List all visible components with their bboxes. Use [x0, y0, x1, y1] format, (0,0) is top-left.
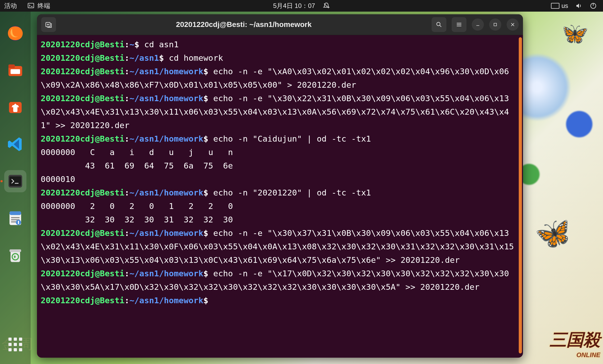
terminal-line: 20201220cdj@Besti:~/asn1$ cd homework — [41, 51, 514, 65]
prompt-sep: : — [124, 228, 129, 238]
prompt-path: ~/asn1/homework — [129, 269, 203, 278]
output-text: 43 61 69 64 75 6a 75 6e — [41, 161, 233, 170]
prompt-sep: : — [124, 40, 129, 49]
prompt-dollar: $ — [203, 296, 213, 305]
prompt-user: 20201220cdj@Besti — [41, 94, 124, 103]
scrollbar[interactable] — [519, 37, 522, 353]
prompt-user: 20201220cdj@Besti — [41, 40, 124, 49]
notifications-icon[interactable] — [323, 2, 330, 9]
butterfly-icon: 🦋 — [558, 18, 590, 49]
prompt-user: 20201220cdj@Besti — [41, 228, 124, 238]
prompt-dollar: $ — [203, 67, 213, 76]
terminal-line: 20201220cdj@Besti:~/asn1/homework$ echo … — [41, 92, 514, 132]
prompt-dollar: $ — [203, 269, 213, 278]
input-method-indicator[interactable]: us — [551, 2, 568, 10]
close-button[interactable] — [507, 18, 519, 31]
dock-text-editor[interactable] — [4, 207, 26, 229]
terminal-line: 0000000 2 0 2 0 1 2 2 0 — [41, 199, 514, 213]
maximize-button[interactable] — [489, 18, 501, 31]
minimize-button[interactable] — [472, 18, 484, 31]
dock-software[interactable] — [4, 96, 26, 118]
apps-grid-icon — [8, 338, 22, 351]
window-titlebar[interactable]: 20201220cdj@Besti: ~/asn1/homework — [37, 14, 523, 35]
output-text: 0000010 — [41, 174, 75, 184]
game-watermark: 三国殺 ONLINE — [550, 328, 600, 359]
prompt-path: ~/asn1/homework — [129, 67, 203, 76]
keyboard-icon — [551, 3, 559, 9]
terminal-line: 20201220cdj@Besti:~/asn1/homework$ echo … — [41, 132, 514, 146]
terminal-line: 20201220cdj@Besti:~/asn1/homework$ — [41, 294, 514, 307]
command-text: echo -n "20201220" | od -tc -tx1 — [213, 188, 371, 197]
prompt-sep: : — [124, 296, 129, 305]
butterfly-icon: 🦋 — [532, 214, 574, 254]
svg-rect-21 — [494, 23, 497, 26]
output-text: 32 30 32 30 31 32 32 30 — [41, 215, 233, 224]
app-menu-label: 终端 — [38, 2, 50, 10]
output-text: 0000000 2 0 2 0 1 2 2 0 — [41, 201, 233, 211]
show-applications[interactable] — [4, 333, 26, 356]
prompt-path: ~/asn1/homework — [129, 188, 203, 197]
prompt-user: 20201220cdj@Besti — [41, 188, 124, 197]
svg-rect-5 — [11, 69, 20, 74]
terminal-line: 20201220cdj@Besti:~/asn1/homework$ echo … — [41, 267, 514, 294]
dock-trash[interactable] — [4, 244, 26, 266]
search-button[interactable] — [432, 17, 446, 32]
prompt-path: ~/asn1/homework — [129, 228, 203, 238]
command-text: cd asn1 — [144, 40, 179, 49]
window-title: 20201220cdj@Besti: ~/asn1/homework — [59, 20, 429, 29]
ime-label: us — [562, 2, 568, 10]
prompt-user: 20201220cdj@Besti — [41, 269, 124, 278]
new-tab-button[interactable] — [41, 17, 56, 32]
terminal-line: 0000010 — [41, 172, 514, 186]
prompt-dollar: $ — [203, 228, 213, 238]
dock-vscode[interactable] — [4, 133, 26, 155]
prompt-user: 20201220cdj@Besti — [41, 134, 124, 143]
dock — [0, 12, 31, 364]
prompt-user: 20201220cdj@Besti — [41, 67, 124, 76]
svg-rect-0 — [28, 3, 34, 8]
power-icon[interactable] — [590, 2, 597, 9]
svg-rect-10 — [10, 211, 21, 215]
dock-firefox[interactable] — [4, 22, 26, 44]
prompt-sep: : — [124, 53, 129, 63]
flower-decoration — [566, 111, 592, 137]
prompt-sep: : — [124, 188, 129, 197]
prompt-sep: : — [124, 134, 129, 143]
terminal-line: 32 30 32 30 31 32 32 30 — [41, 213, 514, 226]
prompt-sep: : — [124, 269, 129, 278]
output-text: 0000000 C a i d u j u n — [41, 147, 233, 157]
prompt-path: ~/asn1/homework — [129, 94, 203, 103]
prompt-user: 20201220cdj@Besti — [41, 296, 124, 305]
prompt-dollar: $ — [134, 40, 144, 49]
svg-rect-15 — [18, 221, 19, 224]
prompt-path: ~/asn1 — [129, 53, 159, 63]
prompt-sep: : — [124, 67, 129, 76]
volume-icon[interactable] — [576, 2, 582, 9]
terminal-body[interactable]: 20201220cdj@Besti:~$ cd asn120201220cdj@… — [37, 35, 523, 358]
svg-rect-4 — [8, 64, 15, 68]
prompt-path: ~ — [129, 40, 134, 49]
dock-terminal[interactable] — [4, 170, 26, 192]
terminal-line: 20201220cdj@Besti:~$ cd asn1 — [41, 38, 514, 51]
prompt-dollar: $ — [203, 134, 213, 143]
prompt-user: 20201220cdj@Besti — [41, 53, 124, 63]
prompt-path: ~/asn1/homework — [129, 134, 203, 143]
svg-rect-8 — [10, 176, 21, 186]
svg-rect-11 — [11, 217, 20, 218]
svg-point-20 — [437, 22, 440, 26]
prompt-sep: : — [124, 94, 129, 103]
terminal-window: 20201220cdj@Besti: ~/asn1/homework — [37, 14, 523, 358]
command-text: cd homework — [169, 53, 223, 63]
prompt-dollar: $ — [159, 53, 169, 63]
terminal-line: 43 61 69 64 75 6a 75 6e — [41, 159, 514, 172]
top-bar: 活动 终端 5月4日 10：07 us — [0, 0, 603, 12]
app-menu[interactable]: 终端 — [27, 2, 50, 10]
terminal-line: 20201220cdj@Besti:~/asn1/homework$ echo … — [41, 65, 514, 92]
hamburger-menu-button[interactable] — [452, 17, 466, 32]
dock-files[interactable] — [4, 59, 26, 81]
svg-rect-17 — [10, 249, 21, 252]
prompt-path: ~/asn1/homework — [129, 296, 203, 305]
command-text: echo -n "Caidujun" | od -tc -tx1 — [213, 134, 371, 143]
clock[interactable]: 5月4日 10：07 — [273, 2, 315, 10]
activities-button[interactable]: 活动 — [4, 2, 17, 10]
